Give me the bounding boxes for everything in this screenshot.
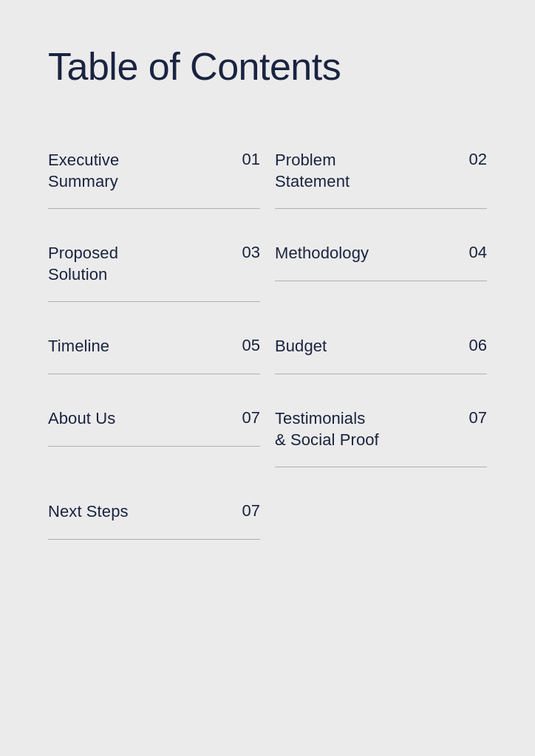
toc-grid: ExecutiveSummary 01 ProblemStatement 02 … xyxy=(48,129,487,553)
toc-item-methodology: Methodology 04 xyxy=(275,222,487,315)
toc-label-methodology: Methodology xyxy=(275,243,369,264)
toc-number-timeline: 05 xyxy=(242,336,260,355)
toc-number-next-steps: 07 xyxy=(242,501,260,520)
toc-divider-methodology xyxy=(275,281,487,281)
toc-item-empty xyxy=(275,481,487,553)
toc-item-timeline: Timeline 05 xyxy=(48,315,260,388)
page-title: Table of Contents xyxy=(48,44,487,89)
toc-divider-about-us xyxy=(48,446,260,447)
toc-label-executive-summary: ExecutiveSummary xyxy=(48,150,119,192)
toc-number-problem-statement: 02 xyxy=(469,150,487,169)
toc-number-proposed-solution: 03 xyxy=(242,243,260,262)
toc-item-proposed-solution: ProposedSolution 03 xyxy=(48,222,260,315)
toc-item-testimonials: Testimonials& Social Proof 07 xyxy=(275,388,487,481)
toc-number-methodology: 04 xyxy=(469,243,487,262)
toc-divider-problem-statement xyxy=(275,208,487,209)
toc-divider-next-steps xyxy=(48,539,260,540)
toc-divider-proposed-solution xyxy=(48,301,260,302)
toc-item-executive-summary: ExecutiveSummary 01 xyxy=(48,129,260,222)
toc-label-testimonials: Testimonials& Social Proof xyxy=(275,408,379,450)
toc-number-testimonials: 07 xyxy=(469,408,487,427)
toc-number-executive-summary: 01 xyxy=(242,150,260,169)
toc-item-budget: Budget 06 xyxy=(275,315,487,388)
toc-item-problem-statement: ProblemStatement 02 xyxy=(275,129,487,222)
page: Table of Contents ExecutiveSummary 01 Pr… xyxy=(0,0,535,756)
toc-number-budget: 06 xyxy=(469,336,487,355)
toc-label-timeline: Timeline xyxy=(48,336,109,357)
toc-divider-timeline xyxy=(48,374,260,374)
toc-label-proposed-solution: ProposedSolution xyxy=(48,243,118,285)
toc-item-next-steps: Next Steps 07 xyxy=(48,481,260,553)
toc-divider-testimonials xyxy=(275,467,487,467)
toc-number-about-us: 07 xyxy=(242,408,260,427)
toc-label-problem-statement: ProblemStatement xyxy=(275,150,350,192)
toc-divider-executive-summary xyxy=(48,208,260,209)
toc-label-about-us: About Us xyxy=(48,408,115,430)
toc-label-next-steps: Next Steps xyxy=(48,501,129,523)
toc-label-budget: Budget xyxy=(275,336,327,357)
toc-divider-budget xyxy=(275,374,487,374)
toc-item-about-us: About Us 07 xyxy=(48,388,260,481)
